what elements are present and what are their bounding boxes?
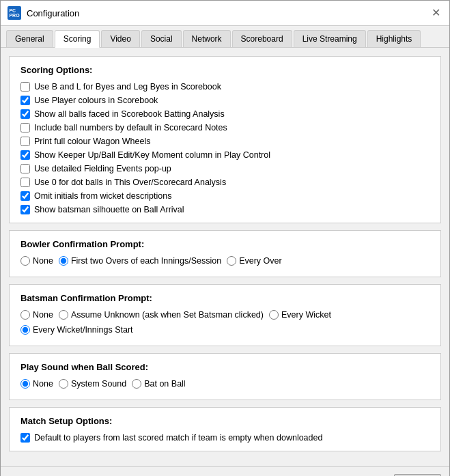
sound-system-radio[interactable] (59, 379, 68, 389)
match-setup-title: Match Setup Options: (20, 416, 430, 426)
bowler-first-two-label: First two Overs of each Innings/Session (71, 256, 221, 266)
checkbox-silhouette-label: Show batsman silhouette on Ball Arrival (34, 205, 184, 214)
sound-system-label: System Sound (71, 379, 126, 389)
play-sound-section: Play Sound when Ball Scored: None System… (9, 353, 441, 400)
batsman-radio-row: None Assume Unknown (ask when Set Batsma… (20, 310, 430, 335)
checkbox-omit-initials[interactable] (20, 191, 30, 201)
bowler-prompt-section: Bowler Confirmation Prompt: None First t… (9, 230, 441, 277)
checkbox-fielding-events-label: Use detailed Fielding Events pop-up (34, 164, 171, 173)
app-icon: PCPRO (8, 6, 21, 20)
checkbox-silhouette[interactable] (20, 205, 30, 214)
scoring-options-section: Scoring Options: Use B and L for Byes an… (9, 56, 441, 223)
tab-general[interactable]: General (6, 30, 53, 47)
batsman-every-wicket-label: Every Wicket (281, 310, 331, 320)
tab-social[interactable]: Social (141, 30, 182, 47)
checkbox-omit-initials-label: Omit initials from wicket descriptions (34, 191, 171, 201)
batsman-wicket-innings-label: Every Wicket/Innings Start (33, 325, 133, 335)
batsman-none-radio[interactable] (20, 310, 30, 320)
batsman-every-wicket-group: Every Wicket (269, 310, 331, 320)
bowler-first-two-radio[interactable] (59, 256, 68, 266)
bowler-radio-row: None First two Overs of each Innings/Ses… (20, 256, 430, 266)
checkbox-keeper-up[interactable] (20, 150, 30, 160)
checkbox-show-all-balls-label: Show all balls faced in Scorebook Battin… (34, 109, 225, 119)
play-sound-title: Play Sound when Ball Scored: (20, 362, 430, 372)
footer: OK (1, 466, 449, 476)
batsman-every-wicket-radio[interactable] (269, 310, 279, 320)
checkbox-dot-balls-label: Use 0 for dot balls in This Over/Scoreca… (34, 178, 226, 187)
checkbox-player-colours-label: Use Player colours in Scorebook (34, 96, 158, 105)
batsman-assume-label: Assume Unknown (ask when Set Batsman cli… (71, 310, 264, 320)
sound-none-group: None (20, 379, 53, 389)
bowler-every-over-label: Every Over (239, 256, 282, 266)
bowler-every-over-group: Every Over (227, 256, 282, 266)
checkbox-dot-balls[interactable] (20, 178, 30, 187)
checkbox-fielding-events[interactable] (20, 164, 30, 173)
bowler-first-two-group: First two Overs of each Innings/Session (59, 256, 221, 266)
checkbox-row: Include ball numbers by default in Score… (20, 123, 430, 132)
play-sound-radio-row: None System Sound Bat on Ball (20, 379, 430, 389)
checkbox-byes-label: Use B and L for Byes and Leg Byes in Sco… (34, 82, 221, 92)
sound-none-radio[interactable] (20, 379, 30, 389)
checkbox-row: Use B and L for Byes and Leg Byes in Sco… (20, 82, 430, 92)
title-bar-left: PCPRO Configuration (8, 6, 79, 20)
checkbox-wagon-wheels[interactable] (20, 137, 30, 146)
checkbox-keeper-up-label: Show Keeper Up/Ball Edit/Key Moment colu… (34, 150, 270, 160)
batsman-prompt-title: Batsman Confirmation Prompt: (20, 293, 430, 303)
checkbox-row: Use Player colours in Scorebook (20, 96, 430, 105)
checkbox-wagon-wheels-label: Print full colour Wagon Wheels (34, 137, 150, 146)
checkbox-row: Use detailed Fielding Events pop-up (20, 164, 430, 173)
checkbox-byes[interactable] (20, 82, 30, 92)
batsman-assume-group: Assume Unknown (ask when Set Batsman cli… (59, 310, 264, 320)
sound-none-label: None (33, 379, 53, 389)
batsman-wicket-innings-radio[interactable] (20, 325, 30, 335)
checkbox-row: Show all balls faced in Scorebook Battin… (20, 109, 430, 119)
sound-bat-label: Bat on Ball (144, 379, 185, 389)
match-setup-section: Match Setup Options: Default to players … (9, 407, 441, 451)
checkbox-ball-numbers[interactable] (20, 123, 30, 132)
content-area: Scoring Options: Use B and L for Byes an… (1, 48, 449, 466)
checkbox-ball-numbers-label: Include ball numbers by default in Score… (34, 123, 227, 132)
bowler-none-group: None (20, 256, 53, 266)
checkbox-row: Default to players from last scored matc… (20, 433, 430, 443)
checkbox-row: Omit initials from wicket descriptions (20, 191, 430, 201)
scoring-options-title: Scoring Options: (20, 65, 430, 75)
checkbox-default-players-label: Default to players from last scored matc… (34, 433, 322, 443)
tab-network[interactable]: Network (183, 30, 231, 47)
window-title: Configuration (27, 8, 79, 18)
bowler-none-radio[interactable] (20, 256, 30, 266)
checkbox-row: Show Keeper Up/Ball Edit/Key Moment colu… (20, 150, 430, 160)
tab-scoring[interactable]: Scoring (55, 30, 100, 48)
sound-bat-radio[interactable] (132, 379, 141, 389)
tab-live-streaming[interactable]: Live Streaming (294, 30, 366, 47)
sound-system-group: System Sound (59, 379, 126, 389)
bowler-every-over-radio[interactable] (227, 256, 236, 266)
checkbox-row: Show batsman silhouette on Ball Arrival (20, 205, 430, 214)
title-bar: PCPRO Configuration ✕ (1, 1, 449, 26)
tab-video[interactable]: Video (101, 30, 139, 47)
close-button[interactable]: ✕ (429, 6, 442, 20)
checkbox-default-players[interactable] (20, 433, 30, 443)
sound-bat-group: Bat on Ball (132, 379, 185, 389)
batsman-none-group: None (20, 310, 53, 320)
batsman-assume-radio[interactable] (59, 310, 68, 320)
batsman-none-label: None (33, 310, 53, 320)
batsman-wicket-innings-group: Every Wicket/Innings Start (20, 325, 133, 335)
checkbox-row: Print full colour Wagon Wheels (20, 137, 430, 146)
tab-bar: General Scoring Video Social Network Sco… (1, 26, 449, 48)
batsman-prompt-section: Batsman Confirmation Prompt: None Assume… (9, 284, 441, 346)
tab-highlights[interactable]: Highlights (367, 30, 421, 47)
checkbox-show-all-balls[interactable] (20, 109, 30, 119)
checkbox-row: Use 0 for dot balls in This Over/Scoreca… (20, 178, 430, 187)
checkbox-player-colours[interactable] (20, 96, 30, 105)
configuration-window: PCPRO Configuration ✕ General Scoring Vi… (0, 0, 450, 476)
bowler-none-label: None (33, 256, 53, 266)
bowler-prompt-title: Bowler Confirmation Prompt: (20, 239, 430, 249)
tab-scoreboard[interactable]: Scoreboard (232, 30, 292, 47)
